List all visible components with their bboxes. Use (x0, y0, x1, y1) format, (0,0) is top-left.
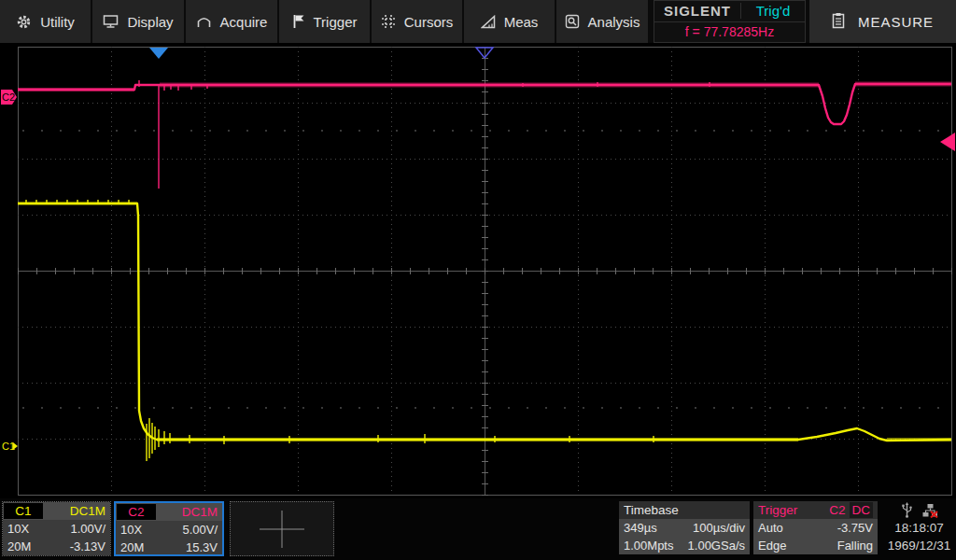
grid-dot (639, 407, 640, 409)
grid-dot (863, 407, 865, 409)
grid-dot (508, 130, 510, 132)
grid-dot (751, 130, 752, 132)
grid-dot (41, 130, 43, 132)
grid-dot (732, 407, 734, 409)
channel2-coupling: DC1M (156, 505, 222, 519)
channel2-descriptor-box[interactable]: C2 DC1M 10X 5.00V/ 20M 15.3V (114, 501, 224, 556)
grid-dot (41, 407, 43, 409)
grid-dot (919, 130, 921, 132)
channel1-probe: 10X (7, 522, 29, 536)
grid-dot (676, 407, 678, 409)
grid-dot (713, 407, 715, 409)
grid-dot (134, 407, 136, 409)
timebase-sample-rate: 1.00GSa/s (688, 539, 745, 553)
grid-dot (246, 130, 248, 132)
grid-dot (396, 407, 398, 409)
grid-dot (825, 130, 827, 132)
timebase-scale: 100µs/div (693, 521, 745, 535)
menu-acquire-label: Acquire (220, 14, 268, 30)
channel1-scale: 1.00V/ (70, 522, 105, 536)
grid-dot (78, 130, 80, 132)
grid-dot (116, 130, 118, 132)
trigger-frequency-readout: f = 77.78285Hz (654, 21, 805, 43)
channel1-descriptor-box[interactable]: C1 DC1M 10X 1.00V/ 20M -3.13V (2, 501, 111, 556)
grid-dot (377, 130, 379, 132)
grid-dot (471, 130, 472, 132)
waveform-display-area[interactable]: C2C1 (0, 43, 956, 498)
channel1-offset-marker[interactable] (13, 442, 18, 450)
menu-meas[interactable]: Meas (464, 0, 555, 43)
timebase-box[interactable]: Timebase 349µs 100µs/div 1.00Mpts 1.00GS… (619, 501, 750, 556)
grid-dot (452, 130, 454, 132)
channel2-scale: 5.00V/ (182, 523, 218, 537)
grid-dot (116, 407, 118, 409)
measure-menu-button[interactable]: MEASURE (809, 0, 956, 43)
top-menu-bar: Utility Display Acquire Trigger Cursors (0, 0, 956, 43)
analysis-icon (565, 14, 580, 29)
grid-dot (396, 130, 398, 132)
grid-dot (302, 407, 304, 409)
grid-dot (881, 407, 883, 409)
grid-dot (284, 130, 286, 132)
grid-dot (172, 130, 174, 132)
grid-dot (825, 407, 827, 409)
menu-cursors[interactable]: Cursors (372, 0, 462, 43)
grid-dot (788, 407, 790, 409)
gear-icon (16, 14, 32, 30)
menu-display[interactable]: Display (92, 0, 184, 43)
menu-acquire[interactable]: Acquire (186, 0, 277, 43)
channel1-offset-label: C1 (2, 441, 15, 452)
trigger-slope: Falling (837, 539, 873, 553)
bottom-status-bar: C1 DC1M 10X 1.00V/ 20M -3.13V C2 DC1M 10… (0, 498, 956, 560)
grid-dot (22, 130, 24, 132)
trigger-position-marker[interactable] (149, 48, 168, 59)
grid-dot (471, 407, 472, 409)
grid-dot (844, 130, 846, 132)
trigger-type: Edge (758, 539, 786, 553)
grid-dot (452, 407, 454, 409)
menu-trigger[interactable]: Trigger (279, 0, 370, 43)
grid-dot (134, 130, 136, 132)
grid-dot (657, 130, 659, 132)
grid-dot (527, 407, 528, 409)
grid-dot (415, 407, 416, 409)
trigger-source: C2 (829, 503, 845, 517)
menu-analysis-label: Analysis (588, 14, 640, 30)
grid-dot (844, 407, 846, 409)
menu-utility[interactable]: Utility (0, 0, 91, 43)
grid-dot (415, 130, 416, 132)
grid-dot (228, 130, 230, 132)
grid-dot (695, 130, 696, 132)
grid-dot (583, 407, 584, 409)
siglent-logo: SIGLENT (654, 3, 741, 19)
grid-dot (751, 407, 752, 409)
grid-dot (97, 130, 99, 132)
trigger-level-marker[interactable] (940, 133, 955, 151)
cursors-icon (381, 14, 396, 29)
grid-dot (583, 130, 584, 132)
add-channel-box[interactable] (230, 501, 334, 556)
timebase-memory-depth: 1.00Mpts (624, 539, 673, 553)
grid-dot (564, 130, 566, 132)
channel2-offset: 15.3V (186, 540, 218, 554)
trigger-box[interactable]: Trigger C2 DC Auto -3.75V Edge Falling (753, 501, 878, 556)
grid-dot (545, 407, 547, 409)
grid-dot (713, 130, 715, 132)
plus-crosshair-icon (256, 509, 308, 550)
grid-dot (695, 407, 696, 409)
grid-dot (246, 407, 248, 409)
trigger-title: Trigger (758, 503, 797, 517)
grid-dot (807, 407, 808, 409)
menu-analysis[interactable]: Analysis (556, 0, 648, 43)
grid-dot (358, 407, 360, 409)
grid-dot (489, 407, 491, 409)
grid-dot (732, 130, 734, 132)
grid-dot (97, 407, 99, 409)
grid-dot (209, 130, 211, 132)
trigger-flag-icon (292, 14, 305, 29)
channel2-badge: C2 (117, 504, 156, 520)
grid-dot (228, 407, 230, 409)
grid-dot (657, 407, 659, 409)
menu-utility-label: Utility (40, 14, 75, 30)
grid-dot (153, 130, 155, 132)
